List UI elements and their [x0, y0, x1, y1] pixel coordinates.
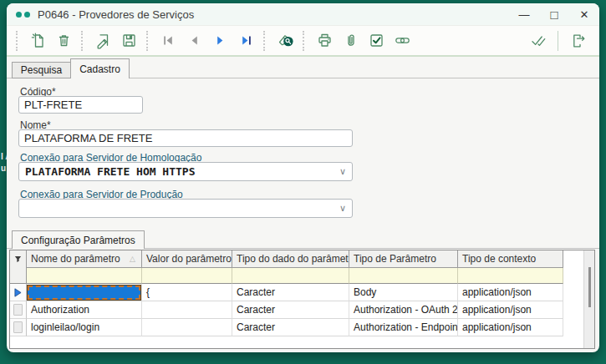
- homologacao-select[interactable]: PLATAFORMA FRETE HOM HTTPS ∨: [18, 162, 353, 181]
- previous-record-icon: [186, 32, 203, 49]
- toolbar-gripper: [303, 31, 306, 51]
- grid-header-row: Nome do parâmetro △ Valor do parâmetro T…: [10, 250, 594, 268]
- app-logo-dots-icon: [16, 12, 30, 18]
- tab-pesquisa[interactable]: Pesquisa: [12, 62, 71, 78]
- cell-tipo-parametro[interactable]: Authorization - Endpoint: [349, 319, 458, 336]
- title-bar: P0646 - Provedores de Serviços — □ ✕: [7, 3, 599, 25]
- chevron-down-icon: ∨: [339, 166, 346, 177]
- cell-tipo-dado[interactable]: Caracter: [232, 301, 349, 319]
- chevron-down-icon: ∨: [339, 203, 346, 214]
- first-record-icon: [160, 32, 177, 49]
- minimize-button[interactable]: —: [509, 3, 539, 25]
- column-header-valor[interactable]: Valor do parâmetro: [142, 250, 232, 268]
- vertical-scrollbar[interactable]: [583, 250, 594, 348]
- scrollbar-thumb[interactable]: [588, 267, 591, 307]
- next-record-icon: [211, 32, 229, 49]
- homologacao-selected-value: PLATAFORMA FRETE HOM HTTPS: [25, 165, 196, 178]
- sort-ascending-icon: △: [130, 255, 137, 263]
- column-header-nome[interactable]: Nome do parâmetro △: [27, 250, 142, 268]
- link-button[interactable]: [391, 29, 414, 52]
- save-record-button[interactable]: [118, 29, 140, 52]
- checked-checkbox-icon: [368, 32, 385, 49]
- producao-select[interactable]: ∨: [18, 199, 353, 218]
- column-header-tipo-parametro[interactable]: Tipo de Parâmetro: [349, 250, 458, 268]
- filter-input-tipo-parametro[interactable]: [349, 268, 458, 284]
- cell-nome[interactable]: loginleilao/login: [27, 319, 142, 336]
- selected-cell-highlight: [28, 286, 140, 300]
- copy-icon: [94, 32, 112, 49]
- row-selector[interactable]: [10, 319, 27, 336]
- toolbar-gripper: [81, 31, 84, 51]
- search-records-button[interactable]: [274, 29, 297, 52]
- chain-link-icon: [394, 32, 411, 49]
- column-header-tipo-contexto[interactable]: Tipo de contexto: [458, 250, 563, 268]
- toolbar-gripper: [16, 31, 19, 51]
- desktop-background: l A u P0646 - Provedores de Serviços — □…: [0, 0, 606, 364]
- tab-cadastro[interactable]: Cadastro: [70, 58, 130, 78]
- close-button[interactable]: ✕: [569, 3, 599, 25]
- cell-nome[interactable]: Authorization: [27, 301, 142, 319]
- cell-nome-selected[interactable]: [27, 284, 142, 301]
- filter-row-indicator-cell: [10, 268, 27, 284]
- cell-tipo-parametro[interactable]: Authorization - OAuth 2.0: [349, 301, 458, 319]
- cell-tipo-parametro[interactable]: Body: [349, 284, 458, 301]
- cell-tipo-contexto[interactable]: application/json: [458, 284, 563, 301]
- new-document-icon: [29, 32, 47, 49]
- double-check-icon: [529, 32, 547, 49]
- cell-valor[interactable]: [142, 301, 232, 319]
- filter-input-tipo-contexto[interactable]: [458, 268, 563, 284]
- printer-icon: [316, 32, 334, 49]
- table-row[interactable]: loginleilao/login Caracter Authorization…: [10, 319, 594, 336]
- current-row-arrow-icon: [10, 284, 27, 301]
- cell-valor[interactable]: [142, 319, 232, 336]
- toolbar: [7, 25, 599, 57]
- window-title: P0646 - Provedores de Serviços: [38, 8, 194, 21]
- maximize-button[interactable]: □: [539, 3, 569, 25]
- filter-input-tipo-dado[interactable]: [232, 268, 349, 284]
- toolbar-gripper: [146, 31, 150, 51]
- cell-tipo-contexto[interactable]: application/json: [458, 319, 563, 336]
- print-button[interactable]: [313, 29, 336, 52]
- table-row[interactable]: { Caracter Body application/json: [10, 284, 594, 301]
- search-flashlight-icon: [277, 32, 294, 49]
- first-record-button[interactable]: [157, 29, 180, 52]
- trash-icon: [55, 32, 73, 49]
- exit-button[interactable]: [567, 29, 589, 52]
- confirm-button[interactable]: [527, 29, 549, 52]
- attachment-button[interactable]: [339, 29, 362, 52]
- codigo-field[interactable]: PLT-FRETE: [18, 96, 143, 114]
- tab-configuracao-parametros[interactable]: Configuração Parâmetros: [12, 230, 145, 249]
- previous-record-button[interactable]: [183, 29, 206, 52]
- cell-tipo-contexto[interactable]: application/json: [458, 301, 563, 319]
- tasks-check-button[interactable]: [365, 29, 388, 52]
- parameters-grid: Nome do parâmetro △ Valor do parâmetro T…: [9, 250, 595, 349]
- column-header-tipo-dado[interactable]: Tipo do dado do parâmetro: [232, 250, 349, 268]
- toolbar-divider: [558, 31, 558, 51]
- cell-valor[interactable]: {: [142, 284, 232, 301]
- paperclip-icon: [342, 32, 359, 49]
- filter-input-valor[interactable]: [142, 268, 232, 284]
- last-record-button[interactable]: [235, 29, 257, 52]
- filter-funnel-icon[interactable]: [10, 250, 27, 268]
- copy-record-button[interactable]: [92, 29, 115, 52]
- new-record-button[interactable]: [27, 29, 49, 52]
- cell-tipo-dado[interactable]: Caracter: [232, 284, 349, 301]
- save-icon: [120, 32, 138, 49]
- table-row[interactable]: Authorization Caracter Authorization - O…: [10, 301, 594, 319]
- nome-field[interactable]: PLATAFORMA DE FRETE: [18, 129, 353, 147]
- app-window: P0646 - Provedores de Serviços — □ ✕: [7, 3, 599, 352]
- delete-record-button[interactable]: [53, 29, 75, 52]
- next-record-button[interactable]: [209, 29, 232, 52]
- last-record-icon: [237, 32, 255, 49]
- grid-filter-row: [10, 268, 594, 284]
- cell-tipo-dado[interactable]: Caracter: [232, 319, 349, 336]
- toolbar-gripper: [263, 31, 267, 51]
- exit-door-icon: [569, 32, 587, 49]
- row-selector[interactable]: [10, 301, 27, 319]
- filter-input-nome[interactable]: [27, 268, 142, 284]
